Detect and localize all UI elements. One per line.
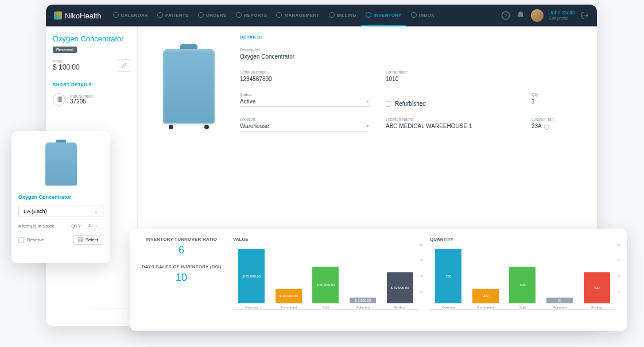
info-icon[interactable]: ? <box>544 125 549 130</box>
help-icon[interactable]: ? <box>501 11 510 20</box>
qty-label: Qty: <box>532 92 583 97</box>
dsi-value: 10 <box>141 272 222 284</box>
price-value: $ 100.00 <box>53 63 80 71</box>
qty-stepper[interactable]: QTY: 1⌄ <box>71 223 103 229</box>
checkbox-icon <box>386 101 391 107</box>
chart-bar: 500Sold <box>506 267 539 309</box>
user-name: John Smith <box>549 10 575 16</box>
chevron-down-icon: ⌄ <box>95 223 99 228</box>
serial-value: 1234567890 <box>240 76 370 82</box>
user-sub: Edit profile <box>549 16 575 21</box>
nav-orders[interactable]: ORDERS <box>193 5 231 26</box>
lot-value: 1010 <box>386 76 515 82</box>
value-chart-header: VALUE <box>233 237 418 242</box>
part-number: 37205 <box>70 98 94 105</box>
chart-bar: $ 43,000.00Ending <box>383 272 417 309</box>
location-label: Location: <box>240 117 370 121</box>
value-chart: 20406080$ 75,000.00Opening$ 20,000.00Pur… <box>233 246 418 310</box>
metrics-panel: INVENTORY TURNOVER RATIO 6 DAYS SALES OF… <box>130 229 627 331</box>
topbar-right: ? John Smith Edit profile <box>501 9 589 22</box>
chart-bar: $ 75,000.00Opening <box>235 249 268 309</box>
inbox-icon <box>411 12 417 18</box>
nav-billing[interactable]: BILLING <box>324 5 361 26</box>
quantity-chart-section: QUANTITY 481216750Opening200Purchased500… <box>430 237 615 323</box>
stock-text: 4 item(s) In Stock <box>18 223 54 229</box>
chart-bar: $ 2,800.00Adjusted <box>346 298 379 309</box>
nav-inbox[interactable]: INBOX <box>406 5 439 26</box>
app-name: NikoHealth <box>65 11 102 20</box>
reports-icon <box>236 12 242 18</box>
topbar: NikoHealth CALENDAR PATIENTS ORDERS REPO… <box>46 5 597 26</box>
pencil-icon <box>121 63 127 68</box>
turnover-value: 6 <box>141 244 222 256</box>
mini-product-title: Oxygen Concentrator <box>18 194 103 200</box>
user-block[interactable]: John Smith Edit profile <box>549 10 575 21</box>
status-label: Status: <box>240 92 370 97</box>
chevron-down-icon: ⌄ <box>94 209 98 214</box>
status-select[interactable]: Active▼ <box>240 98 370 107</box>
chart-bar: 200Purchased <box>469 289 502 309</box>
serial-label: Serial Number: <box>240 70 370 74</box>
billing-icon <box>329 12 335 18</box>
avatar[interactable] <box>531 9 544 22</box>
value-chart-section: VALUE 20406080$ 75,000.00Opening$ 20,000… <box>233 237 418 323</box>
svg-rect-5 <box>81 240 83 242</box>
chart-bar: 750Opening <box>432 249 465 309</box>
product-image <box>152 34 226 138</box>
main-nav: CALENDAR PATIENTS ORDERS REPORTS MANAGEM… <box>108 5 494 26</box>
nav-management[interactable]: MANAGEMENT <box>271 5 324 26</box>
nav-patients[interactable]: PATIENTS <box>153 5 193 26</box>
bell-icon[interactable] <box>516 11 525 20</box>
short-details-header: SHORT DETAILS: <box>53 82 130 87</box>
quantity-chart-header: QUANTITY <box>430 237 615 242</box>
svg-rect-2 <box>79 238 80 240</box>
dsi-label: DAYS SALES OF INVENTORY (DSI) <box>141 264 222 269</box>
chevron-down-icon: ▼ <box>366 99 370 103</box>
refurbished-checkbox[interactable]: Refurbished <box>386 101 426 107</box>
price-label: Price: <box>53 59 80 63</box>
chart-bar: 430Ending <box>580 272 614 309</box>
logout-icon[interactable] <box>581 11 589 20</box>
unit-select[interactable]: EA (Each) ⌄ <box>18 206 103 217</box>
nav-calendar[interactable]: CALENDAR <box>108 5 153 26</box>
part-number-label: Part Number: <box>70 94 94 98</box>
patients-icon <box>157 12 163 18</box>
inventory-icon <box>366 12 371 18</box>
location-name-label: Location Name: <box>386 117 515 121</box>
logo-icon <box>54 11 62 20</box>
app-logo[interactable]: NikoHealth <box>54 11 102 20</box>
details-header: DETAILS: <box>240 34 583 40</box>
mini-product-image <box>18 138 103 190</box>
location-name-value: ABC MEDICAL WAREEHOUSE 1 <box>386 123 515 129</box>
location-select[interactable]: Warehouse▼ <box>240 123 370 132</box>
management-icon <box>276 12 282 18</box>
lot-label: Lot Number: <box>386 70 515 74</box>
turnover-label: INVENTORY TURNOVER RATIO <box>141 237 222 242</box>
chevron-down-icon: ▼ <box>366 124 370 128</box>
chart-bar: $ 20,000.00Purchased <box>272 289 305 309</box>
chart-bar: 20Adjusted <box>543 298 576 309</box>
reserve-checkbox[interactable]: Reserve <box>18 237 44 243</box>
barcode-icon <box>53 93 65 106</box>
nav-inventory[interactable]: INVENTORY <box>361 5 406 26</box>
svg-rect-4 <box>79 240 80 242</box>
edit-button[interactable] <box>118 59 130 72</box>
chart-bar: $ 50,000.00Sold <box>309 267 342 309</box>
product-title: Oxygen Concentrator <box>53 34 130 43</box>
svg-rect-3 <box>81 238 83 240</box>
checkbox-icon <box>18 237 24 243</box>
qty-value: 1 <box>532 98 583 105</box>
description-label: Description: <box>240 48 583 52</box>
bin-value: 23A? <box>532 123 583 130</box>
select-button[interactable]: Select <box>73 235 103 245</box>
grid-icon <box>78 237 83 242</box>
description-value: Oxygen Concentrator <box>240 53 583 60</box>
quantity-chart: 481216750Opening200Purchased500Sold20Adj… <box>430 246 615 310</box>
nav-reports[interactable]: REPORTS <box>231 5 272 26</box>
orders-icon <box>198 12 204 18</box>
bin-label: Location Bin: <box>532 117 583 121</box>
svg-text:?: ? <box>504 13 507 18</box>
status-badge: Reserved <box>53 47 77 53</box>
product-mini-card: Oxygen Concentrator EA (Each) ⌄ 4 item(s… <box>11 131 110 263</box>
calendar-icon <box>113 12 119 18</box>
